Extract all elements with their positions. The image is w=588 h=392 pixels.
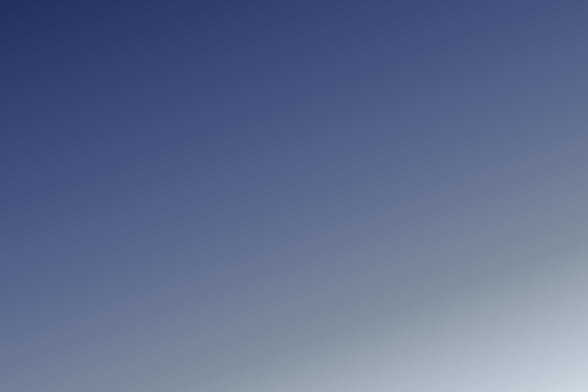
- partner-row3-3-image: [451, 288, 540, 324]
- tablet-screen: COOKING FOR RECIPES? VISIT JAMIEOLIVER.C…: [258, 33, 549, 359]
- right-device: COOKING FOR RECIPES? VISIT JAMIEOLIVER.C…: [253, 28, 554, 364]
- partner-row3-3[interactable]: [451, 288, 540, 359]
- scene: JAMIEOLIVER.COM/CAMPAIGNING COOKING FOR …: [0, 0, 588, 392]
- partners-grid: PENGUIN RANDOM HOUSE UK CHANNEL 4 FREMAN…: [267, 129, 540, 359]
- tablet-content: PARTNERS Partnerships allow us to influe…: [258, 54, 549, 359]
